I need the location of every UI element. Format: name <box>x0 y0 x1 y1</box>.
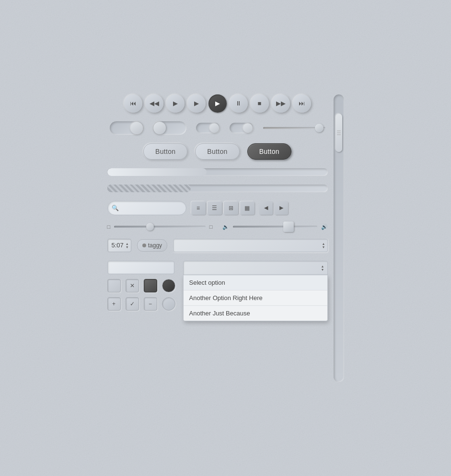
dropdown-closed[interactable]: ▲ ▼ <box>173 239 327 252</box>
stop-button[interactable]: ■ <box>251 94 269 113</box>
radio-empty[interactable] <box>162 297 175 311</box>
checkbox-dark[interactable] <box>144 279 157 292</box>
checkbox-minus[interactable]: − <box>144 297 157 311</box>
button-1[interactable]: Button <box>143 143 187 160</box>
view-barcode-btn[interactable]: ▦ <box>240 201 254 215</box>
toggle-2[interactable] <box>153 121 186 135</box>
time-arrows[interactable]: ▲ ▼ <box>126 242 129 249</box>
progress-fill-2 <box>107 185 191 192</box>
skip-forward-button[interactable]: ⏭ <box>293 94 311 113</box>
pause-button[interactable]: ⏸ <box>230 94 248 113</box>
volume-wrap: 🔈 🔊 <box>222 224 328 230</box>
rewind-button[interactable]: ◀◀ <box>145 94 163 113</box>
time-value: 5:07 <box>110 242 126 249</box>
checkbox-empty[interactable] <box>107 279 121 292</box>
volume-knob[interactable] <box>283 221 294 232</box>
view-grid-btn[interactable]: ⊞ <box>224 201 238 215</box>
time-input[interactable]: 5:07 ▲ ▼ <box>107 239 131 252</box>
skip-back-button[interactable]: ⏮ <box>124 94 142 113</box>
progress-bar-1 <box>107 168 328 176</box>
buttons-row: Button Button Button <box>107 143 328 160</box>
time-tag-dropdown-row: 5:07 ▲ ▼ taggy ▲ ▼ <box>107 239 328 252</box>
toggle-4-knob <box>243 123 253 133</box>
nav-prev-button[interactable]: ◀ <box>259 201 273 215</box>
toggle-1[interactable] <box>110 121 143 135</box>
media-player-row: ⏮ ◀◀ ▶ ▶ ▶ ⏸ ■ ▶▶ ⏭ <box>107 94 328 113</box>
checkbox-x[interactable]: ✕ <box>126 279 139 292</box>
progress-fill-1 <box>107 168 207 176</box>
open-dropdown: ▲ ▼ Select option Another Option Right H… <box>183 261 328 321</box>
checkbox-check[interactable]: ✓ <box>126 297 139 311</box>
volume-track[interactable] <box>233 226 317 228</box>
tag-pill[interactable]: taggy <box>137 239 167 252</box>
checkboxes-col: ✕ + ✓ − <box>107 279 175 311</box>
play-button-active[interactable]: ▶ <box>208 94 227 113</box>
scrubber-track[interactable] <box>114 226 206 228</box>
open-dropdown-menu: Select option Another Option Right Here … <box>183 275 328 321</box>
toggle-3[interactable] <box>196 123 220 133</box>
play-button-1[interactable]: ▶ <box>166 94 185 113</box>
volume-max-icon: 🔊 <box>321 224 328 230</box>
dropdown-item-option1[interactable]: Another Option Right Here <box>184 290 327 306</box>
slider-thumb[interactable] <box>315 124 324 132</box>
scrubber-min-icon: □ <box>107 224 111 230</box>
toggle-4[interactable] <box>230 123 254 133</box>
scrollbar-panel[interactable] <box>334 94 344 382</box>
dropdown-item-option2[interactable]: Another Just Because <box>184 306 327 321</box>
search-box[interactable]: 🔍 <box>107 201 186 215</box>
dropdown-arrows: ▲ ▼ <box>322 242 325 249</box>
checkbox-row-2: + ✓ − <box>107 297 175 311</box>
nav-buttons: ◀ ▶ <box>259 201 288 215</box>
scrubber-wrap: □ □ <box>107 224 213 230</box>
text-input-empty[interactable] <box>107 261 174 274</box>
bottom-row: ✕ + ✓ − ▲ ▼ <box>107 261 328 321</box>
open-dropdown-arrows: ▲ ▼ <box>321 265 324 271</box>
dropdown-item-select-option[interactable]: Select option <box>184 275 327 290</box>
search-view-row: 🔍 ≡ ☰ ⊞ ▦ ◀ ▶ <box>107 201 328 215</box>
toggle-2-knob <box>153 122 166 134</box>
time-down-arrow[interactable]: ▼ <box>126 245 129 249</box>
fast-forward-button[interactable]: ▶▶ <box>272 94 290 113</box>
view-list2-btn[interactable]: ☰ <box>208 201 222 215</box>
toggle-1-knob <box>130 122 143 134</box>
grip-line-3 <box>337 134 341 135</box>
scrubber-knob[interactable] <box>146 223 154 231</box>
slider-track[interactable] <box>263 127 325 129</box>
time-up-arrow[interactable]: ▲ <box>126 242 129 245</box>
grip-line-1 <box>337 130 341 131</box>
tag-dot <box>142 244 146 247</box>
button-2[interactable]: Button <box>195 143 239 160</box>
scrubber-volume-row: □ □ 🔈 🔊 <box>107 224 328 230</box>
grip-line-2 <box>337 132 341 133</box>
open-dropdown-trigger[interactable]: ▲ ▼ <box>183 261 328 275</box>
volume-min-icon: 🔈 <box>222 224 229 230</box>
progress-bar-2 <box>107 185 328 192</box>
toggle-row <box>107 121 328 135</box>
view-buttons: ≡ ☰ ⊞ ▦ <box>191 201 254 215</box>
view-list-btn[interactable]: ≡ <box>191 201 206 215</box>
search-icon: 🔍 <box>112 205 119 211</box>
scrubber-max-icon: □ <box>209 224 213 230</box>
nav-next-button[interactable]: ▶ <box>275 201 288 215</box>
scroll-thumb[interactable] <box>335 114 342 152</box>
checkbox-plus[interactable]: + <box>107 297 121 311</box>
play-button-2[interactable]: ▶ <box>187 94 206 113</box>
toggle-3-knob <box>209 123 219 133</box>
button-3-dark[interactable]: Button <box>247 143 291 160</box>
scroll-grip <box>337 130 341 135</box>
checkbox-row-1: ✕ <box>107 279 175 292</box>
tag-label: taggy <box>148 242 162 249</box>
radio-filled[interactable] <box>162 279 175 292</box>
